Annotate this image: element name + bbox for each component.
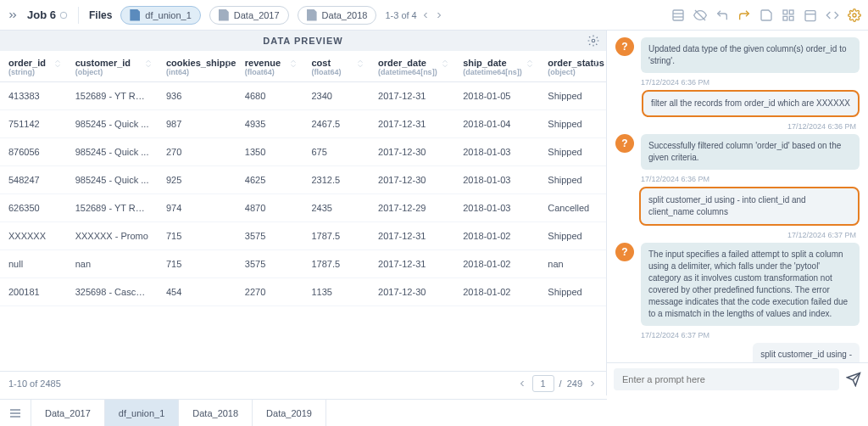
save-icon[interactable] xyxy=(760,8,773,22)
table-cell: 985245 - Quick ... xyxy=(67,138,158,166)
prompt-input[interactable] xyxy=(614,368,839,390)
table-cell: 2018-01-02 xyxy=(454,250,539,278)
file-pill-data-2018[interactable]: Data_2018 xyxy=(298,6,377,25)
column-header[interactable]: order_status(object) xyxy=(539,51,606,82)
svg-rect-5 xyxy=(783,10,787,14)
table-cell: 715 xyxy=(158,250,236,278)
column-header[interactable]: order_id(string) xyxy=(0,51,67,82)
file-pill-data-2017[interactable]: Data_2017 xyxy=(209,6,289,25)
row-range: 1-10 of 2485 xyxy=(8,378,61,389)
svg-point-11 xyxy=(853,14,856,17)
sheet-tabs: Data_2017df_union_1Data_2018Data_2019 xyxy=(0,399,607,426)
bot-avatar: ? xyxy=(615,134,634,153)
column-header[interactable]: revenue(float64) xyxy=(236,51,303,82)
sheet-tab[interactable]: df_union_1 xyxy=(105,400,179,426)
table-row[interactable]: 200181325698 - Cascad...454227011352017-… xyxy=(0,278,606,306)
table-cell: 2018-01-04 xyxy=(454,110,539,138)
svg-rect-8 xyxy=(789,16,793,20)
timestamp: 17/12/2024 6:36 PM xyxy=(641,78,860,87)
svg-rect-6 xyxy=(789,10,793,14)
eye-off-icon[interactable] xyxy=(693,8,707,22)
table-cell: 325698 - Cascad... xyxy=(67,278,158,306)
table-cell: 4870 xyxy=(236,194,303,222)
page-input[interactable]: 1 xyxy=(532,375,554,392)
table-cell: 454 xyxy=(158,278,236,306)
table-cell: nan xyxy=(67,250,158,278)
table-cell: XXXXXX xyxy=(0,222,67,250)
table-row[interactable]: 751142985245 - Quick ...98749352467.5201… xyxy=(0,110,606,138)
column-header[interactable]: cookies_shippe(int64) xyxy=(158,51,236,82)
preview-header: DATA PREVIEW xyxy=(0,31,606,51)
table-row[interactable]: 548247985245 - Quick ...92546252312.5201… xyxy=(0,166,606,194)
redo-icon[interactable] xyxy=(737,8,751,22)
table-cell: Shipped xyxy=(539,278,606,306)
table-cell: 4680 xyxy=(236,82,303,110)
timestamp: 17/12/2024 6:36 PM xyxy=(615,122,856,131)
column-header[interactable]: order_date(datetime64[ns]) xyxy=(370,51,454,82)
table-cell: 4625 xyxy=(236,166,303,194)
table-cell: 876056 xyxy=(0,138,67,166)
column-header[interactable]: cost(float64) xyxy=(303,51,370,82)
table-cell: 985245 - Quick ... xyxy=(67,110,158,138)
table-cell: Shipped xyxy=(539,138,606,166)
column-header[interactable]: customer_id(object) xyxy=(67,51,158,82)
table-cell: 2018-01-02 xyxy=(454,278,539,306)
layout-icon[interactable] xyxy=(782,8,795,22)
settings-icon[interactable] xyxy=(848,8,861,22)
user-message: filter all the records from order_id whi… xyxy=(642,90,860,117)
table-row[interactable]: 413383152689 - YT Rest...936468023402017… xyxy=(0,82,606,110)
svg-rect-7 xyxy=(783,16,787,20)
chevron-right-icon[interactable] xyxy=(434,10,444,20)
table-cell: 152689 - YT Rest... xyxy=(67,82,158,110)
table-cell: 1787.5 xyxy=(303,222,370,250)
table-cell: 2018-01-02 xyxy=(454,222,539,250)
sheet-tab[interactable]: Data_2019 xyxy=(253,400,326,426)
page-next-icon[interactable] xyxy=(587,378,598,389)
sheet-tab[interactable]: Data_2018 xyxy=(179,400,253,426)
expand-icon[interactable] xyxy=(7,8,19,21)
chat-panel: ?Updated data type of the given column(s… xyxy=(607,31,868,395)
table-cell: 987 xyxy=(158,110,236,138)
table-cell: Shipped xyxy=(539,222,606,250)
table-cell: XXXXXX - Promo xyxy=(67,222,158,250)
table-cell: 413383 xyxy=(0,82,67,110)
files-label: Files xyxy=(89,9,112,21)
table-cell: 4935 xyxy=(236,110,303,138)
send-button[interactable] xyxy=(846,372,861,387)
table-row[interactable]: 626350152689 - YT Rest...974487024352017… xyxy=(0,194,606,222)
sheet-tab[interactable]: Data_2017 xyxy=(31,400,105,426)
table-cell: 2017-12-30 xyxy=(370,138,454,166)
grid-icon[interactable] xyxy=(671,8,685,22)
table-cell: 2467.5 xyxy=(303,110,370,138)
bot-message: Updated data type of the given column(s)… xyxy=(641,37,860,73)
user-message: split customer_id using - into client_id… xyxy=(639,187,860,226)
undo-icon[interactable] xyxy=(715,8,729,22)
table-cell: 2017-12-31 xyxy=(370,222,454,250)
table-cell: 3575 xyxy=(236,222,303,250)
table-cell: 925 xyxy=(158,166,236,194)
column-header[interactable]: ship_date(datetime64[ns]) xyxy=(454,51,539,82)
table-row[interactable]: nullnan71535751787.52017-12-312018-01-02… xyxy=(0,250,606,278)
data-table: order_id(string)customer_id(object)cooki… xyxy=(0,51,606,306)
calendar-icon[interactable] xyxy=(804,8,817,22)
table-cell: 2017-12-30 xyxy=(370,166,454,194)
code-icon[interactable] xyxy=(826,8,839,22)
chevron-left-icon[interactable] xyxy=(420,10,431,20)
tabs-menu-icon[interactable] xyxy=(0,406,31,420)
page-prev-icon[interactable] xyxy=(517,378,527,389)
table-row[interactable]: XXXXXXXXXXXX - Promo71535751787.52017-12… xyxy=(0,222,606,250)
table-cell: 270 xyxy=(158,138,236,166)
table-cell: 2017-12-31 xyxy=(370,250,454,278)
preview-settings-icon[interactable] xyxy=(587,35,599,47)
table-cell: 152689 - YT Rest... xyxy=(67,194,158,222)
table-cell: Shipped xyxy=(539,110,606,138)
table-cell: 200181 xyxy=(0,278,67,306)
file-pill-df-union[interactable]: df_union_1 xyxy=(120,6,200,25)
table-cell: 2018-01-03 xyxy=(454,166,539,194)
table-cell: 2017-12-31 xyxy=(370,82,454,110)
table-cell: 2270 xyxy=(236,278,303,306)
bot-avatar: ? xyxy=(615,37,634,56)
table-cell: 974 xyxy=(158,194,236,222)
table-row[interactable]: 876056985245 - Quick ...27013506752017-1… xyxy=(0,138,606,166)
svg-rect-1 xyxy=(673,10,683,20)
